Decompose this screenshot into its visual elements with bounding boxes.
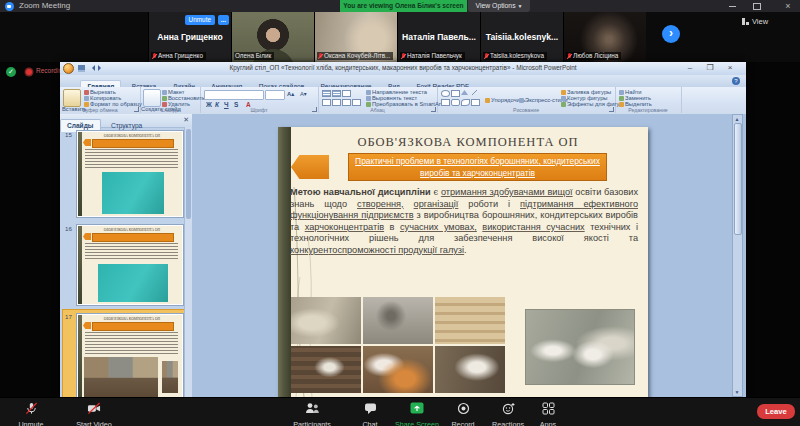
camera-off-icon: [87, 402, 101, 415]
reactions-button[interactable]: Reactions: [486, 401, 530, 426]
current-slide: ОБОВ'ЯЗКОВА КОМПОНЕНТА ОП Практичні проб…: [278, 127, 648, 399]
shape-rounded-icon[interactable]: [451, 99, 460, 106]
shape-ellipse-icon[interactable]: [441, 90, 450, 97]
ribbon-group-drawing: Упорядочить Экспресс-стили Заливка фигур…: [437, 87, 616, 113]
scroll-up-icon[interactable]: ▲: [734, 116, 740, 122]
align-center-icon[interactable]: [332, 99, 341, 106]
participant-tile[interactable]: Unmute ... Анна Грищенко Анна Грищенко: [148, 12, 231, 62]
body-text-segment: [404, 199, 414, 209]
align-left-icon[interactable]: [322, 99, 331, 106]
dialog-launcher-icon[interactable]: [134, 107, 139, 112]
slide-title: ОБОВ'ЯЗКОВА КОМПОНЕНТА ОП: [296, 135, 640, 150]
body-text-segment: використання сучасних: [482, 222, 584, 232]
participant-tile[interactable]: Любов Лісіцина: [563, 12, 646, 62]
shape-arc-icon[interactable]: [461, 99, 470, 106]
group-label: Рисование: [437, 107, 615, 113]
view-button[interactable]: View: [742, 15, 792, 28]
dialog-launcher-icon[interactable]: [431, 107, 436, 112]
recording-icon: [26, 69, 32, 75]
ppt-close-icon[interactable]: ×: [722, 63, 738, 73]
bullets-icon[interactable]: [322, 90, 331, 97]
shape-rectangle-icon[interactable]: [451, 90, 460, 97]
ppt-minimize-icon[interactable]: –: [682, 63, 698, 73]
chat-button[interactable]: Chat: [352, 401, 388, 426]
participant-name-label: Олена Білик: [234, 52, 274, 60]
numbering-icon[interactable]: [332, 90, 341, 97]
shape-star-icon[interactable]: [471, 99, 480, 106]
view-options-label: View Options: [476, 2, 516, 9]
next-participants-button[interactable]: ›: [662, 25, 680, 43]
muted-mic-icon: [318, 53, 323, 60]
workspace-scrollbar-thumb[interactable]: [734, 123, 742, 235]
start-video-button[interactable]: Start Video: [66, 401, 122, 426]
ppt-maximize-icon[interactable]: ❒: [702, 63, 718, 73]
shrink-font-button[interactable]: A▾: [300, 91, 307, 97]
chat-icon: [364, 402, 377, 415]
panel-scrollbar-thumb[interactable]: [186, 129, 191, 219]
body-text-segment: створення,: [357, 199, 404, 209]
leave-button[interactable]: Leave: [757, 404, 795, 419]
maximize-icon[interactable]: [753, 3, 761, 10]
help-icon[interactable]: ?: [732, 77, 740, 85]
unmute-button[interactable]: Unmute: [8, 401, 54, 426]
dialog-launcher-icon[interactable]: [312, 107, 317, 112]
group-label: Абзац: [318, 107, 437, 113]
slide-thumbnail[interactable]: ОБОВ'ЯЗКОВА КОМПОНЕНТА ОП: [76, 130, 184, 218]
zoom-meeting-window: Zoom Meeting You are viewing Олена Білик…: [0, 0, 800, 426]
panel-scrollbar[interactable]: [184, 127, 192, 397]
close-icon[interactable]: ×: [779, 0, 797, 12]
participant-tile[interactable]: Оксана Кочубей-Літв...: [314, 12, 397, 62]
body-text-segment: Метою навчальної дисципліни: [290, 187, 431, 197]
workspace-scrollbar[interactable]: ▲ ▼: [732, 114, 743, 397]
participant-name-label: Любов Лісіцина: [566, 52, 621, 60]
body-text-segment: організації: [414, 199, 459, 209]
mini-illustration: [102, 172, 164, 214]
share-screen-button[interactable]: Share Screen: [388, 401, 446, 426]
shape-line-icon[interactable]: [471, 90, 478, 95]
photo-baker-racks: [291, 346, 361, 393]
view-options-button[interactable]: View Options ▼: [468, 0, 530, 12]
body-text-segment: .: [464, 245, 467, 255]
group-label: Буфер обмена: [60, 107, 140, 113]
mini-banner: [92, 139, 174, 148]
slide-thumbnail-selected[interactable]: ОБОВ'ЯЗКОВА КОМПОНЕНТА ОП: [76, 313, 184, 401]
minimize-icon[interactable]: [729, 6, 736, 7]
more-options-button[interactable]: ...: [218, 15, 229, 25]
quick-styles-icon: [519, 98, 524, 103]
align-right-icon[interactable]: [342, 99, 351, 106]
ribbon-group-slides: Создать слайд Макет Восстановить Удалить…: [140, 87, 201, 113]
font-name-box[interactable]: [204, 90, 264, 100]
slide-thumbnail-preview: ОБОВ'ЯЗКОВА КОМПОНЕНТА ОП: [78, 132, 182, 216]
zoom-toolbar: Unmute Start Video Participants 14: [0, 397, 800, 426]
body-text-segment: отримання здобувачами вищої: [441, 187, 573, 197]
mini-slide-title: ОБОВ'ЯЗКОВА КОМПОНЕНТА ОП: [84, 228, 180, 232]
participant-name-large: Наталія Павель...: [398, 32, 480, 42]
zoom-title-bar: Zoom Meeting You are viewing Олена Білик…: [0, 0, 800, 12]
slide-subtitle-banner: Практичні проблеми в технологіях борошня…: [348, 153, 607, 181]
scroll-down-icon[interactable]: ▼: [734, 389, 740, 395]
font-size-box[interactable]: [265, 90, 285, 100]
slide-thumbnail[interactable]: ОБОВ'ЯЗКОВА КОМПОНЕНТА ОП: [76, 224, 184, 306]
justify-icon[interactable]: [352, 99, 361, 106]
mini-slide-title: ОБОВ'ЯЗКОВА КОМПОНЕНТА ОП: [84, 134, 180, 138]
dialog-launcher-icon[interactable]: [609, 107, 614, 112]
mini-arrow-shape: [83, 139, 91, 146]
participant-tile[interactable]: Taisiia.kolesnyk... Taisiia.kolesnykova: [480, 12, 563, 62]
new-slide-icon[interactable]: [143, 89, 161, 107]
indent-icon[interactable]: [342, 90, 351, 97]
meeting-info-shield-icon[interactable]: ✓: [6, 67, 16, 77]
reactions-icon: [502, 402, 515, 415]
participant-tile[interactable]: Наталія Павель... Наталія Павельчук: [397, 12, 480, 62]
record-icon: [457, 402, 470, 415]
shape-triangle-icon[interactable]: [461, 90, 468, 95]
unmute-participant-button[interactable]: Unmute: [185, 15, 215, 25]
record-button[interactable]: Record: [444, 401, 482, 426]
participant-tile[interactable]: Олена Білик: [231, 12, 314, 62]
apps-button[interactable]: Apps: [532, 401, 564, 426]
paste-icon[interactable]: [63, 89, 81, 107]
panel-close-icon[interactable]: ✕: [183, 116, 189, 124]
grow-font-button[interactable]: A▴: [287, 91, 294, 97]
participants-icon: [304, 402, 320, 415]
participants-button[interactable]: Participants: [284, 401, 340, 426]
shape-square-icon[interactable]: [441, 99, 450, 106]
